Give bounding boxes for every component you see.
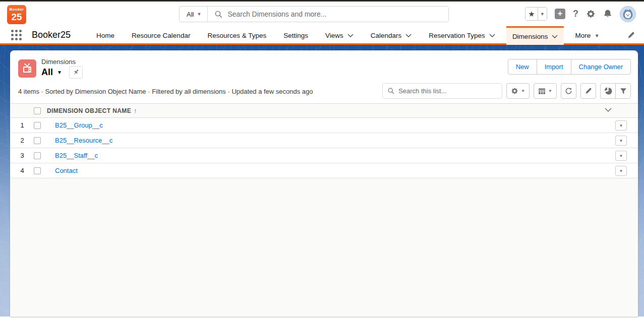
global-header-actions: ★ ▼ + ? [525,2,636,26]
tab-reservation-types[interactable]: Reservation Types [423,26,501,43]
gear-icon [511,87,518,95]
chevron-down-icon [405,34,412,37]
list-view-name[interactable]: All [41,67,53,78]
row-checkbox[interactable] [34,152,41,159]
search-icon [388,88,394,94]
search-scope-label: All [187,11,194,18]
filter-button[interactable] [615,83,631,99]
list-action-buttons: New Import Change Owner [508,59,631,75]
record-link[interactable]: B25__Staff__c [55,152,98,159]
quick-add-icon[interactable]: + [555,9,565,19]
dimensions-object-icon [18,59,36,78]
row-checkbox[interactable] [34,167,41,174]
list-toolbar: ▼ ▼ [382,83,631,99]
setup-gear-icon[interactable] [586,9,596,19]
tab-settings[interactable]: Settings [277,26,314,43]
record-link[interactable]: Contact [55,167,78,174]
row-actions-button[interactable]: ▼ [615,136,627,146]
table-row: 3 B25__Staff__c ▼ [10,148,638,163]
chevron-down-icon: ▼ [548,89,552,93]
refresh-icon [565,87,572,95]
table-header-row: Dimension Object Name ↑ [10,103,638,118]
sort-ascending-icon: ↑ [134,107,137,114]
table-row: 4 Contact ▼ [10,163,638,178]
change-owner-button[interactable]: Change Owner [571,59,631,75]
new-button[interactable]: New [508,59,537,75]
chevron-down-icon: ▼ [197,12,201,17]
record-link[interactable]: B25__Resource__c [55,137,112,144]
tab-home[interactable]: Home [90,26,121,43]
funnel-icon [620,88,627,95]
row-number: 2 [15,137,29,144]
nav-tabs: Home Resource Calendar Resources & Types… [88,26,608,43]
notifications-bell-icon[interactable] [603,9,612,19]
global-search-input[interactable] [227,7,448,22]
row-checkbox[interactable] [34,122,41,129]
chevron-down-icon [489,34,495,37]
view-selector-triangle-icon[interactable]: ▼ [57,70,62,75]
app-name: Booker25 [32,30,71,40]
table-row: 1 B25__Group__c ▼ [10,118,638,133]
chevron-down-icon [552,35,558,38]
main-background: Dimensions All ▼ New Import Change Owner… [0,45,644,316]
chart-filter-group [600,83,631,99]
list-view-header: Dimensions All ▼ New Import Change Owner… [10,50,638,103]
favorites-star-button[interactable]: ★ [525,8,538,20]
triangle-down-icon: ▼ [595,33,599,38]
tab-views[interactable]: Views [319,26,360,43]
app-nav-bar: Booker25 Home Resource Calendar Resource… [0,26,644,45]
table-empty-area [10,178,638,316]
edit-nav-pencil-icon[interactable] [627,31,635,39]
global-search[interactable]: All ▼ [179,6,449,22]
list-meta-text: 4 items · Sorted by Dimension Object Nam… [18,88,313,99]
row-actions-button[interactable]: ▼ [615,166,627,176]
table-icon [538,88,546,95]
help-icon[interactable]: ? [573,9,578,19]
list-view-card: Dimensions All ▼ New Import Change Owner… [10,50,638,316]
list-search-input[interactable] [398,87,502,95]
row-checkbox[interactable] [34,137,41,144]
booker25-logo: Booker 25 [7,5,26,24]
import-button[interactable]: Import [537,59,571,75]
chevron-down-icon: ▼ [521,89,525,93]
tab-calendars[interactable]: Calendars [365,26,418,43]
chevron-down-icon [347,34,354,37]
tab-resource-calendar[interactable]: Resource Calendar [126,26,196,43]
tab-resources-types[interactable]: Resources & Types [201,26,272,43]
logo-text-top: Booker [7,8,26,12]
row-number: 3 [15,152,29,159]
row-actions-button[interactable]: ▼ [615,151,627,161]
select-all-checkbox[interactable] [34,107,41,114]
table-row: 2 B25__Resource__c ▼ [10,133,638,148]
app-launcher-icon[interactable] [11,30,22,40]
list-search-box[interactable] [382,83,502,99]
display-as-button[interactable]: ▼ [534,83,557,99]
row-number: 4 [15,167,29,174]
pie-chart-icon [604,87,612,95]
user-avatar[interactable] [620,6,636,22]
column-header-dimension-object-name[interactable]: Dimension Object Name [47,107,131,114]
row-actions-button[interactable]: ▼ [615,120,627,131]
favorites-dropdown-button[interactable]: ▼ [538,8,547,20]
entity-label: Dimensions [41,58,83,66]
list-view-controls-button[interactable]: ▼ [506,83,530,99]
refresh-button[interactable] [561,83,576,99]
search-scope-dropdown[interactable]: All ▼ [180,7,208,22]
pin-list-view-button[interactable] [69,66,83,79]
pin-icon [72,69,80,76]
record-link[interactable]: B25__Group__c [55,121,103,129]
tab-dimensions[interactable]: Dimensions [506,26,564,45]
tab-more[interactable]: More ▼ [569,26,605,43]
inline-edit-button[interactable] [580,83,596,99]
search-icon [215,11,222,18]
charts-button[interactable] [600,83,616,99]
actions-column-chevron-icon[interactable] [605,108,612,112]
logo-text-bottom: 25 [7,12,26,22]
row-number: 1 [15,121,29,129]
global-header: Booker 25 All ▼ ★ ▼ + ? [0,2,644,26]
favorites-button-group: ★ ▼ [525,7,547,21]
pencil-icon [584,87,592,95]
